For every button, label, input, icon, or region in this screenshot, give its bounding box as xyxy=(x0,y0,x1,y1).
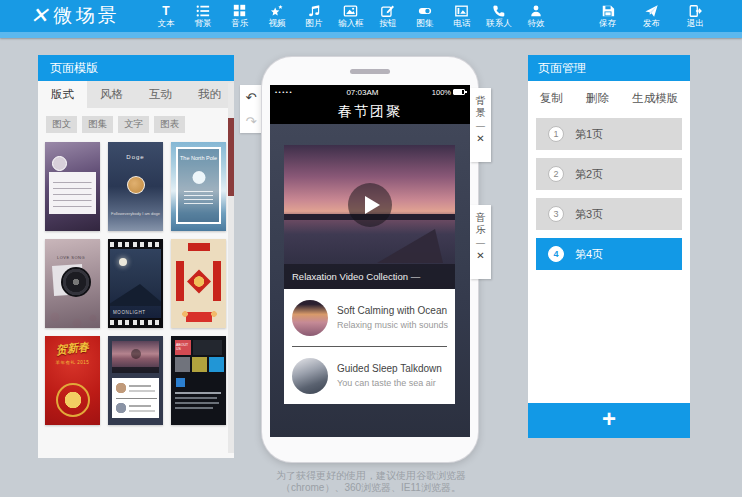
tab-style[interactable]: 风格 xyxy=(87,81,136,108)
play-button-icon[interactable] xyxy=(348,183,392,227)
filter-text[interactable]: 文字 xyxy=(118,116,149,133)
toolbar-item-button[interactable]: 按钮 xyxy=(369,0,406,32)
close-icon[interactable]: ✕ xyxy=(476,250,484,261)
collapse-icon[interactable]: — xyxy=(476,122,485,130)
moonlight-scene: MOONLIGHT xyxy=(110,249,161,318)
template-panel-title: 页面模版 xyxy=(38,55,234,81)
signal-dots-icon: ••••• xyxy=(275,89,293,95)
toolbar-item-phone[interactable]: 电话 xyxy=(443,0,480,32)
filter-gallery[interactable]: 图集 xyxy=(82,116,113,133)
template-card-relaxation[interactable] xyxy=(108,336,163,425)
phone-icon xyxy=(492,3,506,18)
top-toolbar: ✕ 微场景 T 文本 背景 音乐 视频 图片 xyxy=(0,0,742,32)
page-label: 第3页 xyxy=(575,207,603,222)
tab-interactive[interactable]: 互动 xyxy=(136,81,185,108)
framed-image-icon xyxy=(454,3,469,18)
background-layer-tab[interactable]: 背景 — ✕ xyxy=(470,88,491,162)
battery-percent: 100% xyxy=(432,88,451,97)
playlist-item[interactable]: Guided Sleep Talkdown You can taste the … xyxy=(284,347,455,404)
template-card-love-song[interactable]: LOVE SONG xyxy=(45,239,100,328)
logout-icon xyxy=(688,3,703,18)
toolbar-items: T 文本 背景 音乐 视频 图片 输入框 xyxy=(147,0,554,32)
toolbar-item-effects[interactable]: 特效 xyxy=(517,0,554,32)
browser-hint-line2: （chrome）、360浏览器、IE11浏览器。 xyxy=(0,482,742,494)
template-tabs: 版式 风格 互动 我的 xyxy=(38,81,234,108)
page-manager-title: 页面管理 xyxy=(528,55,690,81)
publish-button[interactable]: 发布 xyxy=(633,0,670,32)
browser-hint: 为了获得更好的使用，建议使用谷歌浏览器 （chrome）、360浏览器、IE11… xyxy=(0,470,742,494)
page-list: 1 第1页 2 第2页 3 第3页 4 第4页 xyxy=(528,115,690,270)
template-card-moonlight[interactable]: MOONLIGHT xyxy=(108,239,163,328)
toggle-icon xyxy=(417,3,433,18)
music-layer-tab[interactable]: 音乐 — ✕ xyxy=(470,205,491,279)
video-caption: Relaxation Video Collection — xyxy=(284,264,455,289)
phone-preview: ••••• 07:03AM 100% 春节团聚 Relaxation Video… xyxy=(262,57,478,462)
collapse-icon[interactable]: — xyxy=(476,239,485,247)
page-number-badge: 1 xyxy=(548,126,564,142)
relaxation-mini-card xyxy=(112,378,159,418)
template-panel: 页面模版 版式 风格 互动 我的 图文 图集 文字 图表 Doge Follow… xyxy=(38,55,234,458)
copy-page-button[interactable]: 复制 xyxy=(540,91,563,106)
phone-status-bar: ••••• 07:03AM 100% xyxy=(270,85,470,99)
page-manager-actions: 复制 删除 生成模版 xyxy=(528,81,690,115)
template-grid: Doge Followeverybody I am doge The North… xyxy=(38,138,234,425)
toolbar-item-input[interactable]: 输入框 xyxy=(332,0,369,32)
image-icon xyxy=(343,3,358,18)
tab-layout[interactable]: 版式 xyxy=(38,81,87,108)
undo-icon[interactable]: ↶ xyxy=(240,85,262,109)
template-scrollbar-thumb[interactable] xyxy=(228,118,234,196)
page-item-2[interactable]: 2 第2页 xyxy=(536,158,682,190)
template-card-spring-festival[interactable] xyxy=(171,239,226,328)
toolbar-item-background[interactable]: 背景 xyxy=(184,0,221,32)
page-title[interactable]: 春节团聚 xyxy=(270,99,470,124)
app-logo[interactable]: ✕ 微场景 xyxy=(30,3,119,29)
text-icon: T xyxy=(162,3,169,18)
phone-screen: ••••• 07:03AM 100% 春节团聚 Relaxation Video… xyxy=(270,85,470,437)
app-root: ✕ 微场景 T 文本 背景 音乐 视频 图片 xyxy=(0,0,742,497)
add-page-button[interactable]: + xyxy=(528,403,690,438)
toolbar-item-video[interactable]: 视频 xyxy=(258,0,295,32)
generate-template-button[interactable]: 生成模版 xyxy=(632,91,678,106)
toolbar-item-contacts[interactable]: 联系人 xyxy=(480,0,517,32)
paper-plane-icon xyxy=(644,3,659,18)
save-button[interactable]: 保存 xyxy=(589,0,626,32)
page-item-4-active[interactable]: 4 第4页 xyxy=(536,238,682,270)
page-item-1[interactable]: 1 第1页 xyxy=(536,118,682,150)
status-time: 07:03AM xyxy=(293,88,432,97)
close-icon[interactable]: ✕ xyxy=(476,133,484,144)
exit-button[interactable]: 退出 xyxy=(677,0,714,32)
template-card-doge[interactable]: Doge Followeverybody I am doge xyxy=(108,142,163,231)
toolbar-accent-strip xyxy=(0,32,742,38)
redo-icon[interactable]: ↷ xyxy=(240,109,262,133)
stars-icon xyxy=(269,3,284,18)
page-label: 第4页 xyxy=(575,247,603,262)
page-number-badge: 3 xyxy=(548,206,564,222)
template-card-avatar-card[interactable] xyxy=(45,142,100,231)
filter-chart[interactable]: 图表 xyxy=(154,116,185,133)
history-controls: ↶ ↷ xyxy=(240,85,262,133)
filter-image-text[interactable]: 图文 xyxy=(46,116,77,133)
toolbar-item-text[interactable]: T 文本 xyxy=(147,0,184,32)
music-note-icon xyxy=(307,3,321,18)
north-pole-frame: The North Pole xyxy=(176,147,221,224)
toolbar-item-music[interactable]: 音乐 xyxy=(221,0,258,32)
tab-mine[interactable]: 我的 xyxy=(185,81,234,108)
toolbar-item-picture[interactable]: 图片 xyxy=(295,0,332,32)
template-card-dark-tiles[interactable]: ABOUT US xyxy=(171,336,226,425)
toolbar-item-gallery[interactable]: 图集 xyxy=(406,0,443,32)
playlist-thumb-sleep xyxy=(292,358,328,394)
template-scrollbar[interactable] xyxy=(228,83,234,453)
page-label: 第2页 xyxy=(575,167,603,182)
page-item-3[interactable]: 3 第3页 xyxy=(536,198,682,230)
list-icon xyxy=(196,3,210,18)
template-card-north-pole[interactable]: The North Pole xyxy=(171,142,226,231)
video-block[interactable]: Relaxation Video Collection — xyxy=(284,145,455,289)
template-card-he-xin-chun[interactable]: 贺新春 羊年有礼 2015 xyxy=(45,336,100,425)
playlist-item-text: Soft Calming with Ocean Relaxing music w… xyxy=(337,305,448,330)
toolbar-actions: 保存 发布 退出 xyxy=(589,0,714,32)
browser-hint-line1: 为了获得更好的使用，建议使用谷歌浏览器 xyxy=(0,470,742,482)
logo-text: 微场景 xyxy=(53,3,119,29)
playlist-item[interactable]: Soft Calming with Ocean Relaxing music w… xyxy=(284,289,455,346)
edit-icon xyxy=(380,3,395,18)
delete-page-button[interactable]: 删除 xyxy=(586,91,609,106)
